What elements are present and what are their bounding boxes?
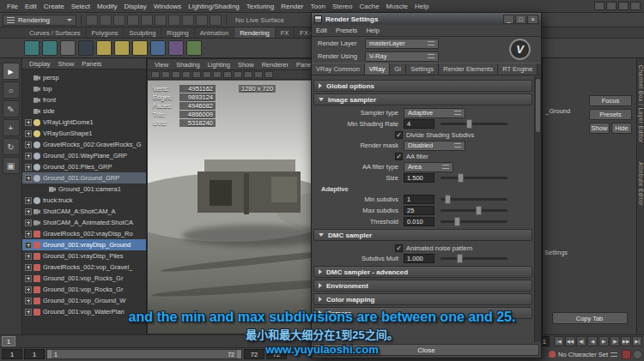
divide-shading-subdivs-checkbox[interactable]: ✓ bbox=[395, 131, 403, 139]
aa-filter-checkbox[interactable]: ✓ bbox=[395, 153, 403, 160]
shelf-icon[interactable] bbox=[150, 40, 166, 56]
sidebar-vertical-tab[interactable]: Channel Box / Layer Editor bbox=[638, 65, 644, 143]
maximize-icon[interactable]: □ bbox=[515, 15, 526, 24]
menu-item[interactable]: Muscle bbox=[383, 3, 411, 10]
panel-menu-item[interactable]: Panels bbox=[78, 60, 105, 68]
section-environment[interactable]: Environment bbox=[313, 280, 532, 292]
menu-item[interactable]: Texturing bbox=[243, 3, 277, 10]
toolbar-icon[interactable] bbox=[168, 15, 180, 26]
menu-item[interactable]: Edit bbox=[21, 3, 40, 10]
viewport-toolbar-icon[interactable] bbox=[192, 71, 201, 78]
toolbar-icon[interactable] bbox=[182, 15, 194, 26]
focus-button[interactable]: Focus bbox=[589, 95, 632, 106]
slider-handle[interactable] bbox=[476, 206, 482, 215]
playback-start-field[interactable]: 1 bbox=[24, 349, 45, 359]
section-image-sampler[interactable]: Image sampler bbox=[313, 93, 532, 105]
expand-icon[interactable] bbox=[25, 309, 32, 316]
expand-icon[interactable] bbox=[25, 175, 32, 182]
menu-item[interactable]: Toon bbox=[307, 3, 329, 10]
outliner-item[interactable]: Ground_001:vrayDisp_Piles bbox=[22, 250, 146, 262]
dialog-scrollbar[interactable] bbox=[534, 76, 541, 342]
tool-button[interactable]: ↻ bbox=[3, 138, 20, 155]
minimize-icon[interactable]: _ bbox=[503, 15, 514, 24]
menu-item[interactable]: Select bbox=[68, 3, 94, 10]
section-camera[interactable]: Camera bbox=[313, 307, 532, 319]
transport-button[interactable]: ◀◀ bbox=[565, 336, 575, 346]
slider-handle[interactable] bbox=[458, 173, 464, 183]
max-subdivs-slider[interactable] bbox=[440, 209, 507, 212]
animation-end-field[interactable]: 72 bbox=[266, 349, 287, 359]
toolbar-icon[interactable] bbox=[196, 15, 208, 26]
layout-icon[interactable] bbox=[618, 2, 629, 10]
settings-tab[interactable]: Settings bbox=[406, 63, 439, 75]
outliner-item[interactable]: GravelRocks_002:GravelRocks_G bbox=[22, 139, 146, 150]
menu-item[interactable]: Create bbox=[40, 3, 68, 10]
tool-button[interactable]: ✎ bbox=[3, 100, 20, 117]
viewport-toolbar-icon[interactable] bbox=[151, 71, 160, 78]
transport-button[interactable]: ◀ bbox=[587, 336, 598, 346]
section-dmc-advanced[interactable]: DMC sampler - advanced bbox=[313, 266, 532, 278]
dialog-menu-item[interactable]: Edit bbox=[316, 27, 327, 34]
slider-handle[interactable] bbox=[454, 217, 460, 226]
expand-icon[interactable] bbox=[25, 208, 32, 215]
menu-item[interactable]: Render bbox=[277, 3, 307, 10]
settings-tab[interactable]: VRay Common bbox=[312, 63, 365, 75]
current-frame-marker[interactable]: 1 bbox=[2, 336, 15, 346]
expand-icon[interactable] bbox=[25, 253, 32, 260]
sampler-type-dropdown[interactable]: Adaptive bbox=[404, 108, 465, 118]
viewport-toolbar-icon[interactable] bbox=[213, 71, 222, 78]
animation-preferences-icon[interactable] bbox=[633, 350, 642, 359]
outliner-item[interactable]: Ground_001:Piles_GRP bbox=[22, 161, 146, 172]
expand-icon[interactable] bbox=[25, 220, 32, 226]
toolbar-icon[interactable] bbox=[86, 15, 98, 26]
viewport-menu-item[interactable]: Lighting bbox=[204, 61, 234, 69]
outliner-item[interactable]: ShotCAM_A:ShotCAM_A bbox=[22, 206, 146, 217]
menu-item[interactable]: Stereo bbox=[329, 3, 356, 10]
animation-start-field[interactable]: 1 bbox=[2, 349, 22, 359]
slider-handle[interactable] bbox=[445, 195, 451, 204]
copy-tab-button[interactable]: Copy Tab bbox=[552, 312, 628, 324]
tool-button[interactable]: ► bbox=[3, 63, 20, 80]
viewport-toolbar-icon[interactable] bbox=[244, 71, 252, 78]
toolbar-icon[interactable] bbox=[210, 15, 222, 26]
outliner-item[interactable]: Ground_001:Ground_GRP bbox=[22, 172, 146, 184]
min-shading-rate-field[interactable]: 4 bbox=[404, 119, 434, 129]
menu-item[interactable]: Modify bbox=[94, 3, 121, 10]
outliner-item[interactable]: front bbox=[22, 94, 146, 105]
outliner-item[interactable]: persp bbox=[22, 72, 146, 83]
expand-icon[interactable] bbox=[25, 130, 32, 137]
render-using-dropdown[interactable]: V-Ray bbox=[365, 51, 439, 62]
transport-button[interactable]: |▶ bbox=[610, 336, 620, 346]
viewport-toolbar-icon[interactable] bbox=[182, 71, 191, 78]
size-slider[interactable] bbox=[440, 177, 507, 179]
settings-tab[interactable]: RT Engine bbox=[498, 63, 538, 75]
expand-icon[interactable] bbox=[25, 231, 32, 238]
viewport-toolbar-icon[interactable] bbox=[223, 71, 232, 78]
layout-icon[interactable] bbox=[630, 2, 641, 10]
dialog-menu-item[interactable]: Help bbox=[366, 27, 379, 34]
subdivs-mult-slider[interactable] bbox=[440, 257, 507, 260]
shelf-tab[interactable]: Curves / Surfaces bbox=[24, 27, 87, 38]
expand-icon[interactable] bbox=[25, 275, 32, 282]
panel-menu-item[interactable]: Show bbox=[55, 60, 78, 68]
viewport-menu-item[interactable]: View bbox=[151, 61, 172, 69]
menu-set-dropdown[interactable]: Rendering bbox=[3, 15, 76, 26]
menu-item[interactable]: Display bbox=[121, 3, 150, 10]
transport-button[interactable]: ▶| bbox=[632, 336, 642, 346]
outliner-item[interactable]: GravelRocks_002:vrayDisp_Ro bbox=[22, 228, 146, 239]
shelf-icon[interactable] bbox=[60, 40, 76, 56]
viewport-toolbar-icon[interactable] bbox=[161, 71, 170, 78]
viewport-toolbar-icon[interactable] bbox=[264, 71, 273, 78]
shelf-tab[interactable]: Rendering bbox=[234, 27, 276, 38]
menu-item[interactable]: Cache bbox=[355, 3, 382, 10]
playback-end-field[interactable]: 72 bbox=[244, 349, 264, 359]
animated-noise-checkbox[interactable]: ✓ bbox=[395, 244, 403, 252]
viewport-toolbar-icon[interactable] bbox=[254, 71, 263, 78]
layout-icon[interactable] bbox=[606, 2, 617, 10]
expand-icon[interactable] bbox=[25, 242, 32, 249]
shelf-tab[interactable]: Animation bbox=[195, 27, 234, 38]
aa-filter-type-dropdown[interactable]: Area bbox=[404, 162, 453, 172]
auto-keyframe-icon[interactable] bbox=[622, 350, 631, 359]
tool-button[interactable]: ○ bbox=[3, 81, 20, 99]
show-button[interactable]: Show bbox=[589, 123, 610, 134]
